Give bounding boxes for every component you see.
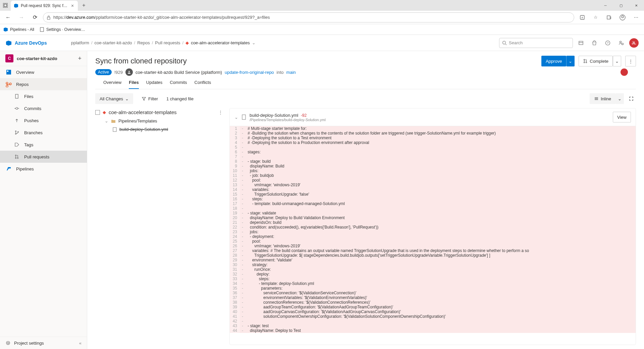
diff-line: 30- strategy: bbox=[230, 262, 636, 267]
marketplace-icon[interactable] bbox=[576, 38, 586, 48]
diff-line: 8- - stage: build bbox=[230, 159, 636, 164]
minimize-button[interactable]: ─ bbox=[598, 0, 613, 11]
forward-button[interactable]: → bbox=[16, 12, 27, 23]
complete-dropdown[interactable]: ⌄ bbox=[613, 56, 621, 66]
reading-mode-icon[interactable]: A bbox=[577, 12, 588, 23]
collections-icon[interactable] bbox=[604, 12, 614, 23]
nav-overview[interactable]: Overview bbox=[0, 66, 87, 78]
breadcrumb-subsection[interactable]: Pull requests bbox=[155, 40, 180, 45]
view-file-button[interactable]: View bbox=[613, 112, 631, 122]
nav-repos[interactable]: Repos bbox=[0, 78, 87, 90]
inline-toggle[interactable]: Inline bbox=[590, 93, 615, 104]
shopping-bag-icon[interactable] bbox=[589, 38, 600, 48]
nav-pushes[interactable]: Pushes bbox=[0, 114, 87, 127]
help-icon[interactable]: ? bbox=[602, 38, 613, 48]
azdo-header: Azure DevOps pplatform / coe-starter-kit… bbox=[0, 35, 644, 51]
svg-rect-9 bbox=[40, 28, 44, 32]
azdo-logo[interactable]: Azure DevOps bbox=[5, 40, 47, 46]
svg-point-16 bbox=[620, 41, 622, 43]
diff-line: 9- displayName: Build bbox=[230, 164, 636, 168]
project-selector[interactable]: C coe-starter-kit-azdo + bbox=[0, 51, 87, 66]
nav-commits[interactable]: Commits bbox=[0, 102, 87, 114]
target-branch-link[interactable]: main bbox=[286, 70, 296, 75]
menu-icon[interactable]: ⋯ bbox=[631, 12, 641, 23]
project-add-icon[interactable]: + bbox=[78, 55, 82, 62]
changed-file-count: 1 changed file bbox=[166, 96, 194, 101]
chevron-down-icon[interactable]: ⌄ bbox=[234, 115, 238, 120]
diff-line: 20- displayName: Deploy to Build Validat… bbox=[230, 215, 636, 220]
svg-point-10 bbox=[503, 41, 506, 44]
tree-checkbox[interactable] bbox=[95, 110, 100, 115]
browser-toolbar: ← → ⟳ https://dev.azure.com/pplatform/co… bbox=[0, 11, 644, 24]
tab-conflicts[interactable]: Conflicts bbox=[195, 80, 211, 89]
source-branch-link[interactable]: update-from-original-repo bbox=[225, 70, 274, 75]
reviewer-avatar[interactable] bbox=[621, 68, 628, 76]
pr-id: !929 bbox=[114, 70, 123, 75]
inline-dropdown[interactable]: ⌄ bbox=[615, 93, 624, 104]
breadcrumb-repo[interactable]: coe-alm-accelerator-templates bbox=[191, 40, 250, 45]
diff-delta: -92 bbox=[301, 113, 307, 118]
search-input[interactable]: Search bbox=[499, 38, 573, 48]
address-bar[interactable]: https://dev.azure.com/pplatform/coe-star… bbox=[43, 12, 574, 22]
filter-button[interactable]: Filter bbox=[137, 93, 162, 104]
fullscreen-button[interactable] bbox=[627, 93, 636, 104]
tab-close-icon[interactable]: × bbox=[70, 3, 75, 8]
tab-updates[interactable]: Updates bbox=[146, 80, 162, 89]
chevron-down-icon[interactable]: ⌄ bbox=[252, 40, 256, 45]
profile-icon[interactable] bbox=[617, 12, 628, 23]
nav-branches[interactable]: Branches bbox=[0, 127, 87, 139]
tab-files[interactable]: Files bbox=[129, 80, 139, 89]
tree-file[interactable]: build-deploy-Solution.yml bbox=[95, 126, 223, 133]
back-button[interactable]: ← bbox=[3, 12, 13, 23]
body-split: ◆ coe-alm-accelerator-templates ⋮ ⌄ Pipe… bbox=[87, 108, 644, 349]
approve-button[interactable]: Approve bbox=[541, 56, 566, 66]
diff-line: 33- steps: bbox=[230, 277, 636, 281]
refresh-button[interactable]: ⟳ bbox=[30, 12, 40, 23]
breadcrumbs: pplatform / coe-starter-kit-azdo / Repos… bbox=[71, 40, 256, 45]
tree-folder[interactable]: ⌄ Pipelines/Templates bbox=[95, 116, 223, 126]
nav-tags[interactable]: Tags bbox=[0, 139, 87, 151]
pr-meta: Active !929 coe-starter-kit-azdo Build S… bbox=[95, 68, 636, 76]
pr-more-button[interactable]: ⋮ bbox=[625, 56, 636, 66]
pr-status-badge: Active bbox=[95, 69, 112, 75]
pipelines-icon bbox=[5, 165, 12, 172]
diff-line: 11- - job: buildjob bbox=[230, 173, 636, 178]
user-avatar[interactable]: JL bbox=[629, 38, 639, 48]
tree-root[interactable]: ◆ coe-alm-accelerator-templates ⋮ bbox=[95, 108, 223, 116]
tab-overview[interactable]: Overview bbox=[103, 80, 121, 89]
all-changes-dropdown[interactable]: All Changes ⌄ bbox=[95, 93, 133, 104]
diff-line: 19- - stage: validate bbox=[230, 211, 636, 215]
complete-button[interactable]: Complete bbox=[579, 56, 613, 66]
favorites-icon[interactable]: ☆ bbox=[590, 12, 601, 23]
close-window-button[interactable]: ✕ bbox=[629, 0, 644, 11]
breadcrumb-project[interactable]: coe-starter-kit-azdo bbox=[95, 40, 132, 45]
svg-rect-39 bbox=[113, 128, 116, 132]
collapse-sidebar-icon[interactable]: « bbox=[79, 341, 82, 346]
svg-rect-0 bbox=[3, 3, 8, 8]
nav-pull-requests[interactable]: Pull requests bbox=[0, 151, 87, 163]
diff-filename: build-deploy-Solution.yml bbox=[250, 113, 298, 118]
maximize-button[interactable]: ▢ bbox=[613, 0, 629, 11]
diff-line: 12- pool: bbox=[230, 178, 636, 183]
approve-dropdown[interactable]: ⌄ bbox=[566, 56, 575, 66]
bookmark-item[interactable]: Pipelines - All bbox=[3, 27, 34, 32]
window-titlebar: Pull request 929: Sync from clon… × + ─ … bbox=[0, 0, 644, 11]
project-settings-link[interactable]: Project settings bbox=[14, 341, 44, 346]
svg-rect-40 bbox=[242, 115, 246, 119]
breadcrumb-section[interactable]: Repos bbox=[137, 40, 150, 45]
project-icon: C bbox=[5, 54, 13, 62]
new-tab-button[interactable]: + bbox=[79, 1, 89, 10]
pr-icon bbox=[13, 153, 20, 160]
user-settings-icon[interactable] bbox=[616, 38, 627, 48]
diff-line: 41- solutionComponentOwnershipConfigurat… bbox=[230, 314, 636, 319]
tree-more-icon[interactable]: ⋮ bbox=[218, 110, 223, 115]
bookmark-item[interactable]: Settings · Overview… bbox=[40, 27, 85, 32]
breadcrumb-org[interactable]: pplatform bbox=[71, 40, 89, 45]
browser-tab[interactable]: Pull request 929: Sync from clon… × bbox=[11, 1, 78, 11]
nav-files[interactable]: Files bbox=[0, 90, 87, 102]
nav-pipelines[interactable]: Pipelines bbox=[0, 163, 87, 175]
tab-commits[interactable]: Commits bbox=[170, 80, 187, 89]
project-name: coe-starter-kit-azdo bbox=[17, 56, 74, 61]
diff-body[interactable]: 1- # Multi-stage starter template for:2-… bbox=[230, 126, 636, 345]
svg-text:?: ? bbox=[607, 41, 608, 45]
